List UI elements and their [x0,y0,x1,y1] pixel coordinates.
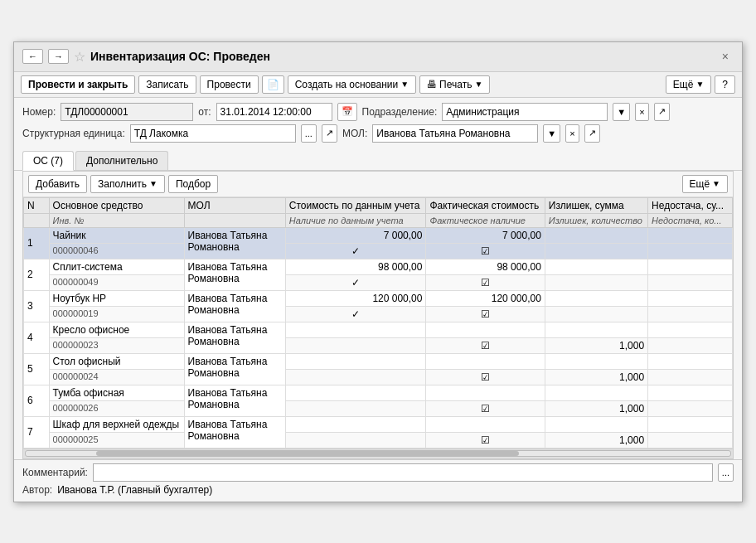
dept-dropdown-icon[interactable]: ▼ [613,103,630,121]
mol-input[interactable] [372,124,538,143]
dept-link-icon[interactable]: ↗ [654,103,670,121]
cell-presence-actual: ☑ [426,243,545,259]
col-cost-actual-header: Фактическая стоимость [426,197,545,213]
comment-dots-button[interactable]: ... [718,463,734,482]
cell-num: 2 [24,259,50,290]
author-value: Иванова Т.Р. (Главный бухгалтер) [57,484,212,496]
number-input[interactable] [61,103,193,121]
select-button[interactable]: Подбор [168,175,218,193]
cell-surplus-qty [545,274,647,290]
cell-cost-accounting: 120 000,00 [285,290,426,306]
fill-button[interactable]: Заполнить ▼ [90,175,165,193]
fill-chevron-icon: ▼ [149,179,158,188]
scrollbar-thumb[interactable] [96,451,519,456]
table-row-sub: 000000019✓☑ [24,306,733,322]
table-row[interactable]: 6Тумба офиснаяИванова Татьяна Романовна [24,385,733,400]
cell-surplus-sum [545,416,647,432]
date-input[interactable] [216,103,332,121]
cell-cost-accounting [285,385,426,400]
cell-asset-name: Стол офисный [49,353,184,369]
table-row[interactable]: 7Шкаф для верхней одеждыИванова Татьяна … [24,416,733,432]
chevron-down-icon3: ▼ [695,80,704,89]
cell-cost-accounting: 7 000,00 [285,227,426,243]
table-wrapper[interactable]: N Основное средство МОЛ Стоимость по дан… [23,197,733,448]
tab-os[interactable]: ОС (7) [22,151,74,171]
tab-additional[interactable]: Дополнительно [75,151,168,170]
struct-link-icon[interactable]: ↗ [322,124,337,143]
cell-inv-num: 000000026 [49,400,184,416]
struct-dots-icon[interactable]: ... [301,124,317,143]
dept-input[interactable] [442,103,608,121]
mol-link-icon[interactable]: ↗ [584,124,600,143]
bottom-area: Комментарий: ... Автор: Иванова Т.Р. (Гл… [14,459,742,502]
cell-cost-accounting [285,416,426,432]
cell-num: 3 [24,290,50,322]
cell-cost-accounting [285,322,426,337]
cell-asset-name: Кресло офисное [49,322,184,337]
comment-input[interactable] [93,463,713,482]
table-body: 1ЧайникИванова Татьяна Романовна7 000,00… [24,227,733,448]
cell-surplus-sum [545,227,647,243]
cell-mol: Иванова Татьяна Романовна [184,322,285,353]
table-more-button[interactable]: Ещё ▼ [682,175,728,193]
table-row-sub: 000000025☑1,000 [24,432,733,448]
favorite-icon[interactable]: ☆ [74,49,85,65]
comment-label: Комментарий: [22,467,88,478]
forward-button[interactable]: → [48,49,69,64]
main-window: ← → ☆ Инвентаризация ОС: Проведен × Пров… [13,41,743,502]
cell-mol: Иванова Татьяна Романовна [184,353,285,385]
table-row-sub: 000000024☑1,000 [24,369,733,385]
more-button[interactable]: Ещё ▼ [666,75,711,94]
document-icon[interactable]: 📄 [262,75,284,94]
comment-row: Комментарий: ... [22,463,734,482]
cell-cost-accounting: 98 000,00 [285,259,426,274]
struct-input[interactable] [130,124,296,143]
col-inv-subheader: Инв. № [49,213,184,227]
cell-shortage-sum [648,353,733,369]
col-n-subheader [24,213,50,227]
cell-inv-num: 000000019 [49,306,184,322]
cell-surplus-qty: 1,000 [545,337,647,353]
form-area: Номер: от: 📅 Подразделение: ▼ × ↗ Структ… [14,98,742,148]
form-row-1: Номер: от: 📅 Подразделение: ▼ × ↗ [22,103,734,121]
mol-dropdown-icon[interactable]: ▼ [543,124,560,143]
add-button[interactable]: Добавить [28,175,87,193]
print-button[interactable]: 🖶 Печать ▼ [419,75,490,94]
scrollbar-track[interactable] [25,450,731,457]
help-button[interactable]: ? [715,75,735,94]
post-close-button[interactable]: Провести и закрыть [21,75,135,94]
cell-mol: Иванова Татьяна Романовна [184,227,285,259]
col-shortage-sum-header: Недостача, су... [648,197,733,213]
dept-clear-icon[interactable]: × [635,103,648,121]
horizontal-scrollbar[interactable] [23,448,733,458]
cell-asset-name: Ноутбук HP [49,290,184,306]
cell-inv-num: 000000049 [49,274,184,290]
cell-inv-num: 000000023 [49,337,184,353]
back-button[interactable]: ← [22,49,43,64]
cell-surplus-sum [545,385,647,400]
close-button[interactable]: × [717,48,734,65]
cell-mol: Иванова Татьяна Романовна [184,259,285,290]
calendar-icon[interactable]: 📅 [337,103,357,121]
table-row[interactable]: 1ЧайникИванова Татьяна Романовна7 000,00… [24,227,733,243]
printer-icon: 🖶 [427,79,437,90]
table-row[interactable]: 5Стол офисныйИванова Татьяна Романовна [24,353,733,369]
mol-label: МОЛ: [342,128,367,139]
create-basis-button[interactable]: Создать на основании ▼ [288,75,416,94]
post-button[interactable]: Провести [200,75,259,94]
mol-clear-icon[interactable]: × [565,124,579,143]
cell-cost-actual [426,385,545,400]
cell-surplus-sum [545,290,647,306]
cell-cost-actual: 7 000,00 [426,227,545,243]
table-row[interactable]: 4Кресло офисноеИванова Татьяна Романовна [24,322,733,337]
cell-inv-num: 000000024 [49,369,184,385]
save-button[interactable]: Записать [138,75,196,94]
table-more-chevron-icon: ▼ [712,179,720,188]
cell-cost-actual: 98 000,00 [426,259,545,274]
table-row[interactable]: 2Сплит-системаИванова Татьяна Романовна9… [24,259,733,274]
cell-presence-accounting [285,400,426,416]
cell-cost-actual [426,322,545,337]
table-row-sub: 000000026☑1,000 [24,400,733,416]
cell-presence-accounting [285,369,426,385]
table-row[interactable]: 3Ноутбук HPИванова Татьяна Романовна120 … [24,290,733,306]
